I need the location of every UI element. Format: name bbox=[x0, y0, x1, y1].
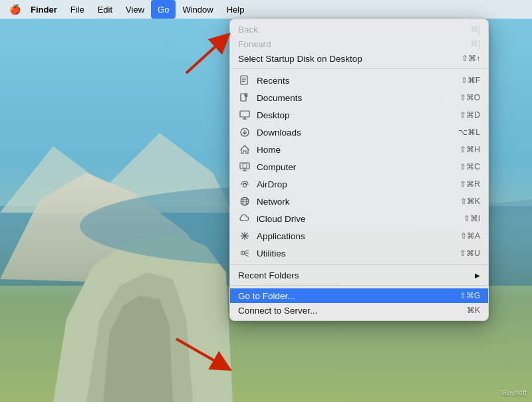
menu-separator-3 bbox=[230, 285, 488, 286]
menu-shortcut-computer: ⇧⌘C bbox=[460, 162, 480, 171]
svg-marker-24 bbox=[241, 146, 249, 153]
menu-label-startup-disk: Select Startup Disk on Desktop bbox=[238, 54, 462, 64]
arrow-top-indicator bbox=[180, 27, 233, 80]
menu-shortcut-applications: ⇧⌘A bbox=[460, 231, 480, 241]
menu-shortcut-airdrop: ⇧⌘R bbox=[460, 179, 480, 189]
menu-label-documents: Documents bbox=[257, 93, 460, 103]
menu-label-home: Home bbox=[257, 145, 460, 155]
menubar-edit[interactable]: Edit bbox=[91, 0, 119, 19]
desktop: 🍎 Finder File Edit View Go Window Help B… bbox=[0, 0, 532, 402]
menu-item-utilities[interactable]: Utilities ⇧⌘U bbox=[230, 245, 488, 262]
menu-shortcut-home: ⇧⌘H bbox=[460, 145, 480, 154]
menubar-window[interactable]: Window bbox=[176, 0, 219, 19]
apple-menu-button[interactable]: 🍎 bbox=[5, 0, 24, 19]
svg-point-40 bbox=[242, 252, 243, 254]
menubar-view[interactable]: View bbox=[119, 0, 151, 19]
svg-line-42 bbox=[245, 254, 249, 256]
menu-label-forward: Forward bbox=[238, 39, 470, 49]
menubar-help[interactable]: Help bbox=[220, 0, 251, 19]
menu-label-utilities: Utilities bbox=[257, 249, 460, 258]
menu-shortcut-startup-disk: ⇧⌘↑ bbox=[462, 54, 480, 63]
downloads-icon bbox=[238, 126, 251, 139]
menu-item-icloud[interactable]: iCloud Drive ⇧⌘I bbox=[230, 210, 488, 227]
menu-item-startup-disk[interactable]: Select Startup Disk on Desktop ⇧⌘↑ bbox=[230, 51, 488, 66]
go-dropdown-menu: Back ⌘[ Forward ⌘] Select Startup Disk o… bbox=[229, 19, 489, 321]
arrow-bottom-indicator bbox=[170, 326, 236, 379]
menu-label-airdrop: AirDrop bbox=[257, 179, 460, 189]
menu-item-home[interactable]: Home ⇧⌘H bbox=[230, 141, 488, 158]
menu-label-goto-folder: Go to Folder... bbox=[238, 291, 460, 301]
menu-label-back: Back bbox=[238, 25, 470, 35]
menu-shortcut-back: ⌘[ bbox=[470, 25, 480, 34]
svg-rect-26 bbox=[243, 163, 247, 168]
menu-item-recent-folders[interactable]: Recent Folders ▶ bbox=[230, 268, 488, 282]
network-icon bbox=[238, 195, 251, 208]
computer-icon bbox=[238, 160, 251, 173]
desktop-icon bbox=[238, 108, 251, 122]
menu-shortcut-network: ⇧⌘K bbox=[460, 197, 480, 206]
menu-label-connect-server: Connect to Server... bbox=[238, 306, 467, 316]
svg-line-41 bbox=[245, 250, 249, 252]
menu-label-computer: Computer bbox=[257, 162, 460, 172]
home-icon bbox=[238, 143, 251, 156]
airdrop-icon bbox=[238, 177, 251, 191]
menubar-finder[interactable]: Finder bbox=[24, 0, 64, 19]
menu-shortcut-icloud: ⇧⌘I bbox=[464, 214, 480, 223]
menu-label-network: Network bbox=[257, 197, 460, 207]
menu-label-recent-folders: Recent Folders bbox=[238, 270, 469, 280]
menu-label-icloud: iCloud Drive bbox=[257, 214, 464, 224]
menu-item-desktop[interactable]: Desktop ⇧⌘D bbox=[230, 106, 488, 124]
menubar: 🍎 Finder File Edit View Go Window Help bbox=[0, 0, 532, 19]
menubar-file[interactable]: File bbox=[64, 0, 91, 19]
menu-shortcut-desktop: ⇧⌘D bbox=[460, 110, 480, 120]
menu-shortcut-forward: ⌘] bbox=[470, 39, 480, 49]
menu-item-goto-folder[interactable]: Go to Folder... ⇧⌘G bbox=[230, 288, 488, 303]
menu-label-applications: Applications bbox=[257, 231, 460, 241]
menu-item-connect-server[interactable]: Connect to Server... ⌘K bbox=[230, 303, 488, 318]
menu-item-computer[interactable]: Computer ⇧⌘C bbox=[230, 158, 488, 175]
menu-separator-1 bbox=[230, 68, 488, 69]
menu-shortcut-recents: ⇧⌘F bbox=[461, 76, 480, 85]
menu-item-back[interactable]: Back ⌘[ bbox=[230, 22, 488, 37]
menu-shortcut-documents: ⇧⌘O bbox=[460, 93, 480, 102]
icloud-icon bbox=[238, 212, 251, 225]
submenu-arrow-icon: ▶ bbox=[475, 272, 480, 279]
menu-item-downloads[interactable]: Downloads ⌥⌘L bbox=[230, 124, 488, 141]
utilities-icon bbox=[238, 247, 251, 260]
menu-item-airdrop[interactable]: AirDrop ⇧⌘R bbox=[230, 175, 488, 193]
menu-item-applications[interactable]: Applications ⇧⌘A bbox=[230, 227, 488, 245]
documents-icon bbox=[238, 91, 251, 104]
menu-shortcut-goto-folder: ⇧⌘G bbox=[460, 291, 480, 300]
menu-shortcut-downloads: ⌥⌘L bbox=[458, 128, 480, 137]
svg-line-9 bbox=[186, 40, 223, 73]
menu-label-downloads: Downloads bbox=[257, 128, 458, 138]
menu-item-documents[interactable]: Documents ⇧⌘O bbox=[230, 89, 488, 106]
svg-point-29 bbox=[243, 184, 247, 187]
menubar-go[interactable]: Go bbox=[151, 0, 176, 19]
svg-line-11 bbox=[176, 339, 223, 365]
menu-item-forward[interactable]: Forward ⌘] bbox=[230, 37, 488, 51]
watermark-label: iBoysoft bbox=[501, 389, 527, 397]
menu-item-recents[interactable]: Recents ⇧⌘F bbox=[230, 72, 488, 89]
menu-item-network[interactable]: Network ⇧⌘K bbox=[230, 193, 488, 210]
recents-icon bbox=[238, 74, 251, 87]
applications-icon bbox=[238, 229, 251, 243]
svg-rect-19 bbox=[240, 111, 249, 117]
menu-label-desktop: Desktop bbox=[257, 110, 460, 120]
menu-label-recents: Recents bbox=[257, 76, 461, 86]
menu-separator-2 bbox=[230, 264, 488, 265]
menu-shortcut-utilities: ⇧⌘U bbox=[460, 249, 480, 258]
menu-shortcut-connect-server: ⌘K bbox=[467, 306, 480, 315]
